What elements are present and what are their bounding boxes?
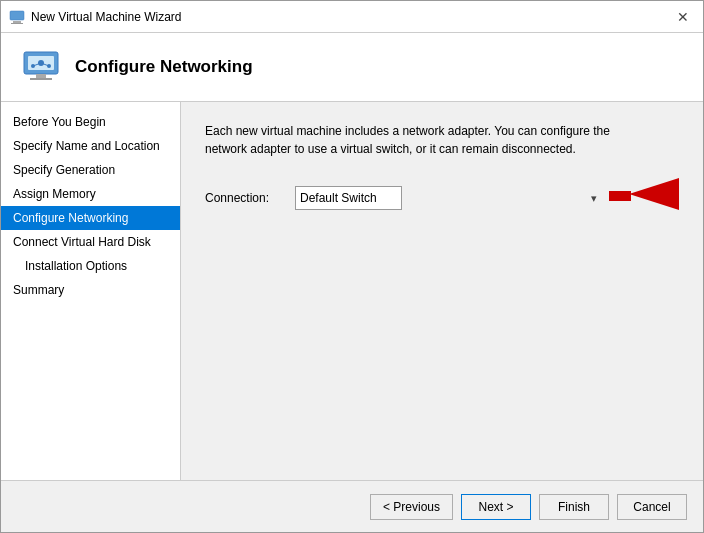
finish-button[interactable]: Finish: [539, 494, 609, 520]
cancel-button[interactable]: Cancel: [617, 494, 687, 520]
footer: < Previous Next > Finish Cancel: [1, 480, 703, 532]
sidebar-item-specify-generation[interactable]: Specify Generation: [1, 158, 180, 182]
sidebar-item-installation-options[interactable]: Installation Options: [1, 254, 180, 278]
annotation-arrow: [609, 178, 679, 217]
svg-marker-12: [629, 178, 679, 210]
sidebar-item-summary[interactable]: Summary: [1, 278, 180, 302]
svg-rect-5: [36, 74, 46, 78]
svg-rect-1: [13, 21, 21, 23]
sidebar-item-configure-networking[interactable]: Configure Networking: [1, 206, 180, 230]
sidebar-item-connect-virtual-hard-disk[interactable]: Connect Virtual Hard Disk: [1, 230, 180, 254]
connection-select[interactable]: Default Switch Not Connected: [295, 186, 402, 210]
main-content: Each new virtual machine includes a netw…: [181, 102, 703, 480]
sidebar-item-before-you-begin[interactable]: Before You Begin: [1, 110, 180, 134]
title-bar: New Virtual Machine Wizard ✕: [1, 1, 703, 33]
previous-button[interactable]: < Previous: [370, 494, 453, 520]
svg-rect-6: [30, 78, 52, 80]
connection-row: Connection: Default Switch Not Connected: [205, 178, 679, 217]
connection-select-wrapper: Default Switch Not Connected: [295, 186, 601, 210]
content-area: Before You Begin Specify Name and Locati…: [1, 102, 703, 480]
close-button[interactable]: ✕: [671, 5, 695, 29]
sidebar: Before You Begin Specify Name and Locati…: [1, 102, 181, 480]
header-icon: [21, 47, 61, 87]
svg-rect-0: [10, 11, 24, 20]
description-text: Each new virtual machine includes a netw…: [205, 122, 645, 158]
svg-rect-13: [609, 191, 631, 201]
sidebar-item-assign-memory[interactable]: Assign Memory: [1, 182, 180, 206]
window-icon: [9, 9, 25, 25]
page-header: Configure Networking: [1, 33, 703, 102]
svg-rect-2: [11, 23, 23, 24]
next-button[interactable]: Next >: [461, 494, 531, 520]
wizard-window: New Virtual Machine Wizard ✕ Configure N…: [0, 0, 704, 533]
page-title: Configure Networking: [75, 57, 253, 77]
connection-label: Connection:: [205, 191, 295, 205]
window-title: New Virtual Machine Wizard: [31, 10, 671, 24]
sidebar-item-specify-name[interactable]: Specify Name and Location: [1, 134, 180, 158]
